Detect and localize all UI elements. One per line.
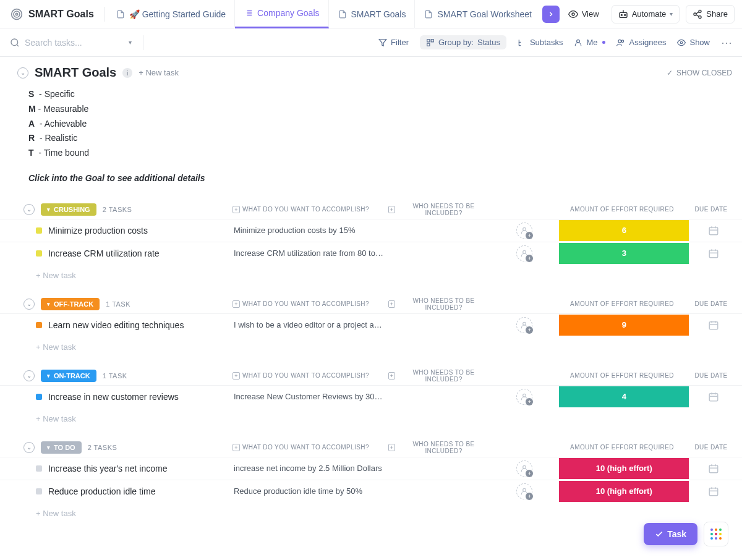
subtasks-button[interactable]: Subtasks	[518, 38, 563, 47]
assignee-cell[interactable]: +	[497, 389, 553, 405]
status-pill[interactable]: ▾ON-TRACK	[41, 370, 96, 382]
task-accomplish-cell[interactable]: Reduce production idle time by 50%	[234, 486, 383, 496]
add-task-inline[interactable]: + New task	[0, 265, 742, 280]
search-chevron-icon[interactable]: ▾	[129, 39, 132, 46]
show-button[interactable]: Show	[677, 38, 710, 47]
effort-cell[interactable]: 3	[559, 243, 689, 264]
status-indicator[interactable]	[36, 465, 42, 472]
collapse-section-button[interactable]: ⌄	[17, 67, 28, 78]
task-row[interactable]: Increase in new customer reviewsIncrease…	[0, 385, 742, 408]
effort-cell[interactable]: 4	[559, 386, 689, 407]
add-assignee-button[interactable]: +	[516, 460, 532, 477]
status-pill[interactable]: ▾OFF-TRACK	[41, 298, 100, 310]
due-date-cell[interactable]	[695, 225, 732, 236]
task-accomplish-cell[interactable]: Minimize production costs by 15%	[234, 226, 383, 235]
task-name[interactable]: Learn new video editing techniques	[48, 320, 228, 330]
task-row[interactable]: Minimize production costsMinimize produc…	[0, 219, 742, 242]
column-header-due[interactable]: DUE DATE	[693, 372, 730, 379]
due-date-cell[interactable]	[695, 320, 732, 331]
column-header-accomplish[interactable]: +WHAT DO YOU WANT TO ACCOMPLISH?	[232, 206, 383, 213]
task-name[interactable]: Increase in new customer reviews	[48, 392, 228, 402]
column-header-effort[interactable]: AMOUNT OF EFFORT REQUIRED	[556, 444, 688, 451]
collapse-group-button[interactable]: ⌄	[23, 442, 35, 453]
search-input[interactable]	[25, 38, 124, 48]
status-indicator[interactable]	[36, 322, 42, 328]
task-accomplish-cell[interactable]: Increase New Customer Reviews by 30% Yea…	[234, 392, 383, 401]
new-task-link[interactable]: + New task	[139, 68, 179, 77]
column-header-included[interactable]: +WHO NEEDS TO BE INCLUDED?	[388, 441, 490, 454]
info-icon[interactable]: i	[122, 68, 132, 78]
task-accomplish-cell[interactable]: I wish to be a video editor or a project…	[234, 320, 383, 329]
due-date-cell[interactable]	[695, 463, 732, 474]
share-button[interactable]: Share	[686, 5, 735, 23]
assignees-button[interactable]: Assignees	[616, 38, 666, 47]
collapse-group-button[interactable]: ⌄	[23, 204, 35, 215]
column-header-included[interactable]: +WHO NEEDS TO BE INCLUDED?	[388, 369, 490, 383]
filter-button[interactable]: Filter	[378, 38, 409, 47]
effort-cell[interactable]: 9	[559, 315, 689, 336]
task-accomplish-cell[interactable]: increase net income by 2.5 Million Dolla…	[234, 464, 383, 473]
status-pill[interactable]: ▾CRUSHING	[41, 203, 96, 216]
task-name[interactable]: Increase CRM utilization rate	[48, 248, 228, 258]
due-date-cell[interactable]	[695, 391, 732, 402]
add-assignee-button[interactable]: +	[516, 245, 532, 261]
status-indicator[interactable]	[36, 488, 42, 494]
add-assignee-button[interactable]: +	[516, 317, 532, 333]
due-date-cell[interactable]	[695, 248, 732, 259]
task-name[interactable]: Reduce production idle time	[48, 486, 228, 496]
view-button[interactable]: View	[562, 6, 605, 23]
task-name[interactable]: Minimize production costs	[48, 226, 228, 235]
collapse-group-button[interactable]: ⌄	[23, 370, 35, 381]
column-header-due[interactable]: DUE DATE	[693, 206, 730, 213]
column-header-due[interactable]: DUE DATE	[693, 300, 730, 307]
assignee-cell[interactable]: +	[497, 223, 553, 239]
apps-fab[interactable]	[704, 522, 728, 546]
show-closed-button[interactable]: ✓ SHOW CLOSED	[667, 69, 732, 77]
assignee-cell[interactable]: +	[497, 460, 553, 477]
assignee-cell[interactable]: +	[497, 317, 553, 333]
status-indicator[interactable]	[36, 250, 42, 257]
effort-cell[interactable]: 10 (high effort)	[559, 458, 689, 479]
group-by-button[interactable]: Group by: Status	[420, 35, 506, 49]
assignee-cell[interactable]: +	[497, 245, 553, 261]
task-row[interactable]: Increase CRM utilization rateIncrease CR…	[0, 242, 742, 265]
column-header-due[interactable]: DUE DATE	[693, 444, 730, 451]
column-header-effort[interactable]: AMOUNT OF EFFORT REQUIRED	[556, 372, 688, 379]
tab-smart-goal-worksheet[interactable]: SMART Goal Worksheet	[415, 0, 537, 28]
add-assignee-button[interactable]: +	[516, 223, 532, 239]
column-header-accomplish[interactable]: +WHAT DO YOU WANT TO ACCOMPLISH?	[232, 300, 383, 308]
new-task-fab[interactable]: Task	[644, 523, 697, 545]
task-row[interactable]: Learn new video editing techniquesI wish…	[0, 313, 742, 336]
effort-cell[interactable]: 6	[559, 220, 689, 241]
tab-company-goals[interactable]: Company Goals	[235, 0, 328, 28]
collapse-group-button[interactable]: ⌄	[23, 299, 35, 310]
tab-getting-started[interactable]: 🚀 Getting Started Guide	[107, 0, 235, 28]
due-date-cell[interactable]	[695, 486, 732, 497]
add-assignee-button[interactable]: +	[516, 483, 532, 499]
add-task-inline[interactable]: + New task	[0, 408, 742, 423]
column-header-accomplish[interactable]: +WHAT DO YOU WANT TO ACCOMPLISH?	[232, 444, 383, 451]
more-options-button[interactable]: ⋯	[721, 36, 732, 49]
automate-button[interactable]: Automate ▾	[612, 5, 680, 23]
me-button[interactable]: Me	[574, 38, 605, 47]
tab-smart-goals[interactable]: SMART Goals	[329, 0, 416, 28]
add-task-inline[interactable]: + New task	[0, 503, 742, 518]
column-header-accomplish[interactable]: +WHAT DO YOU WANT TO ACCOMPLISH?	[232, 372, 383, 380]
column-header-included[interactable]: +WHO NEEDS TO BE INCLUDED?	[388, 203, 490, 216]
search-field[interactable]: ▾	[10, 38, 132, 48]
effort-cell[interactable]: 10 (high effort)	[559, 481, 689, 502]
status-pill[interactable]: ▾TO DO	[41, 441, 82, 454]
scroll-tabs-right-button[interactable]	[542, 6, 560, 23]
status-indicator[interactable]	[36, 227, 42, 234]
add-task-inline[interactable]: + New task	[0, 336, 742, 352]
column-header-included[interactable]: +WHO NEEDS TO BE INCLUDED?	[388, 297, 490, 311]
add-assignee-button[interactable]: +	[516, 389, 532, 405]
task-row[interactable]: Reduce production idle timeReduce produc…	[0, 480, 742, 503]
column-header-effort[interactable]: AMOUNT OF EFFORT REQUIRED	[556, 206, 688, 213]
task-accomplish-cell[interactable]: Increase CRM utilization rate from 80 to…	[234, 248, 383, 258]
task-name[interactable]: Increase this year's net income	[48, 464, 228, 473]
status-indicator[interactable]	[36, 394, 42, 400]
task-row[interactable]: Increase this year's net incomeincrease …	[0, 457, 742, 480]
column-header-effort[interactable]: AMOUNT OF EFFORT REQUIRED	[556, 300, 688, 307]
assignee-cell[interactable]: +	[497, 483, 553, 499]
